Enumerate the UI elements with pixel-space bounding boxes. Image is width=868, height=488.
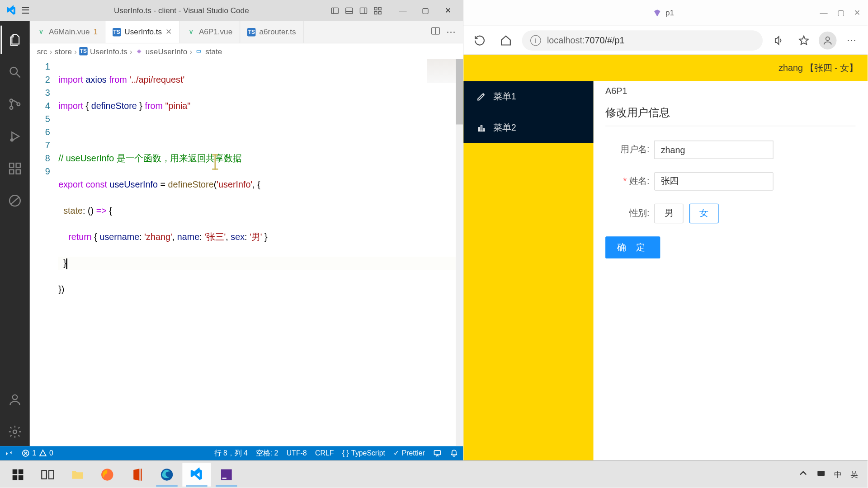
remote-indicator[interactable] [5,449,13,457]
row-username: 用户名: zhang [605,141,856,159]
start-button[interactable] [4,462,32,486]
sex-option-female[interactable]: 女 [689,204,719,223]
username-display: zhang [654,141,774,159]
svg-rect-17 [9,170,14,174]
read-aloud-icon[interactable] [769,30,789,51]
accounts-icon[interactable] [0,385,29,414]
search-icon[interactable] [0,58,29,86]
breadcrumb[interactable]: src› store› TS UserInfo.ts› ◈ useUserInf… [30,43,463,59]
language-mode[interactable]: { } TypeScript [342,449,385,457]
ime-lang-2[interactable]: 英 [850,469,858,480]
eol[interactable]: CRLF [315,449,334,457]
toggle-panel-left-icon[interactable] [330,5,340,16]
name-input[interactable] [654,172,774,191]
run-debug-icon[interactable] [0,122,29,150]
formatter[interactable]: ✓ Prettier [393,449,425,457]
address-bar[interactable]: i localhost:7070/#/p1 [522,30,763,51]
task-view-icon[interactable] [33,462,62,486]
edge-icon[interactable] [152,462,181,486]
more-actions-icon[interactable]: ⋯ [446,26,456,38]
intellij-icon[interactable] [212,462,241,486]
svg-point-30 [826,37,830,40]
cursor-position[interactable]: 行 8，列 4 [214,448,248,458]
tab-title[interactable]: p1 [652,8,674,18]
site-info-icon[interactable]: i [530,35,541,46]
svg-rect-9 [378,11,381,14]
profile-avatar-icon[interactable] [819,31,837,49]
minimize-button[interactable]: — [394,6,412,15]
firefox-icon[interactable] [93,462,122,486]
encoding[interactable]: UTF-8 [287,449,307,457]
page-title: A6P1 [605,86,856,96]
label-sex: 性别: [605,208,650,219]
hamburger-menu-icon[interactable]: ☰ [21,5,33,16]
more-menu-icon[interactable]: ⋯ [841,30,862,51]
submit-button[interactable]: 确 定 [605,236,660,258]
feedback-icon[interactable] [433,449,441,457]
svg-rect-4 [360,8,367,14]
layout-controls [330,5,383,16]
close-button[interactable]: ✕ [854,8,860,17]
svg-point-23 [13,430,17,434]
svg-rect-7 [378,7,381,10]
vscode-taskbar-icon[interactable] [182,462,211,486]
refresh-icon[interactable] [470,30,490,51]
toggle-panel-right-icon[interactable] [358,5,369,16]
svg-point-15 [11,139,13,141]
close-button[interactable]: ✕ [439,6,457,15]
svg-rect-45 [817,471,825,476]
office-icon[interactable] [123,462,151,486]
tray-chevron-up-icon[interactable] [798,469,808,480]
ts-file-icon: TS [79,47,87,55]
maximize-button[interactable]: ▢ [416,6,434,15]
vertical-scrollbar[interactable] [456,59,463,446]
source-control-icon[interactable] [0,90,29,118]
browser-titlebar: p1 — ▢ ✕ [463,0,868,26]
home-icon[interactable] [496,30,516,51]
activity-bar [0,21,30,446]
svg-rect-8 [374,11,377,14]
maximize-button[interactable]: ▢ [837,8,844,17]
ts-file-icon: TS [113,28,121,36]
editor-tabs: V A6Main.vue 1 TS UserInfo.ts ✕ V A6P1.v… [30,21,463,43]
code-lines[interactable]: import axios from '../api/request' impor… [58,59,463,446]
sex-option-male[interactable]: 男 [654,204,684,223]
svg-rect-6 [374,7,377,10]
svg-point-13 [10,106,13,109]
svg-line-21 [11,197,19,204]
customize-layout-icon[interactable] [373,5,383,16]
tab-a6p1[interactable]: V A6P1.vue [180,21,241,43]
sidebar-item-menu1[interactable]: 菜单1 [463,81,593,112]
toggle-panel-bottom-icon[interactable] [344,5,354,16]
vscode-window: ☰ UserInfo.ts - client - Visual Studio C… [0,0,463,460]
edit-icon [476,92,486,101]
file-explorer-icon[interactable] [63,462,92,486]
minimize-button[interactable]: — [820,8,828,17]
svg-point-10 [10,67,17,75]
split-editor-icon[interactable] [431,26,440,38]
indentation[interactable]: 空格: 2 [256,448,278,458]
status-bar: 1 0 行 8，列 4 空格: 2 UTF-8 CRLF { } TypeScr… [0,446,463,460]
problems-indicator[interactable]: 1 0 [21,449,53,457]
vue-file-icon: V [187,28,195,36]
svg-rect-0 [331,8,338,14]
ime-lang-1[interactable]: 中 [834,469,842,480]
code-editor[interactable]: 123456789 import axios from '../api/requ… [30,59,463,446]
tab-a6main[interactable]: V A6Main.vue 1 [30,21,105,43]
row-sex: 性别: 男 女 [605,204,856,223]
explorer-icon[interactable] [0,26,29,54]
sidebar-item-menu2[interactable]: 菜单2 [463,112,593,143]
extensions-icon[interactable] [0,154,29,183]
tab-a6router[interactable]: TS a6router.ts [240,21,303,43]
tray-network-icon[interactable] [816,469,826,480]
system-tray[interactable]: 中 英 [798,469,864,480]
settings-gear-icon[interactable] [0,418,29,446]
notifications-icon[interactable] [450,449,458,457]
close-tab-icon[interactable]: ✕ [165,28,172,37]
svg-rect-34 [483,129,485,131]
tab-userinfo[interactable]: TS UserInfo.ts ✕ [105,21,180,43]
remote-explorer-icon[interactable] [0,187,29,215]
favorite-star-icon[interactable] [794,30,814,51]
app-content: A6P1 修改用户信息 用户名: zhang *姓名: 性别: 男 女 [594,81,868,460]
form-title: 修改用户信息 [605,105,856,126]
